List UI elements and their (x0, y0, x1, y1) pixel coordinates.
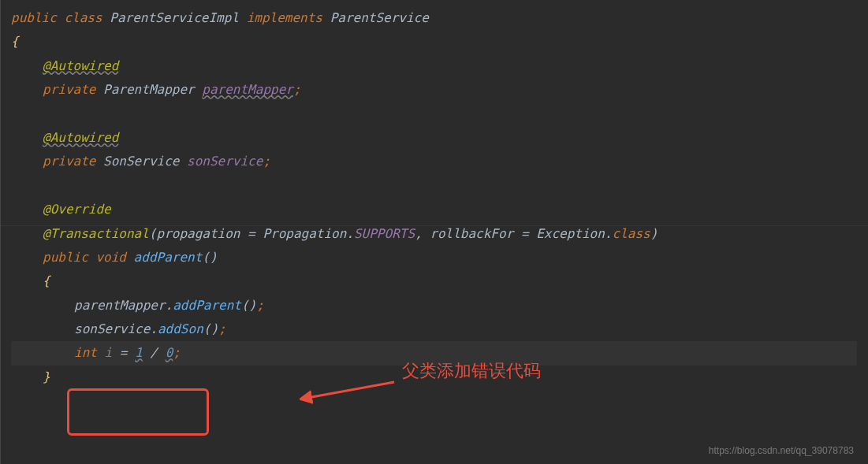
var-i: i (105, 345, 113, 360)
code-line-7: private SonService sonService; (11, 150, 857, 173)
semicolon: ; (263, 154, 270, 169)
code-line-13: parentMapper.addParent(); (11, 294, 857, 317)
keyword-public: public (11, 10, 57, 25)
keyword-class: class (64, 10, 102, 25)
annotation-override: @Override (43, 202, 111, 217)
code-line-2: { (11, 30, 857, 54)
parens: () (241, 298, 256, 313)
param-propagation: propagation (157, 226, 240, 241)
code-line-12: { (11, 269, 857, 293)
keyword-public: public (43, 250, 88, 265)
comma: , (415, 226, 430, 241)
method-addparent: addParent (134, 250, 203, 265)
paren-open: ( (149, 226, 157, 241)
code-line-14: sonService.addSon(); (11, 317, 857, 341)
code-line-1: public class ParentServiceImpl implement… (11, 6, 857, 30)
semicolon: ; (256, 298, 264, 313)
code-line-6: @Autowired (11, 126, 857, 150)
code-editor[interactable]: public class ParentServiceImpl implement… (0, 0, 868, 395)
method-call-addson: addSon (158, 321, 203, 336)
method-separator (0, 225, 868, 226)
divide: / (143, 345, 166, 360)
brace-open: { (11, 34, 19, 49)
code-line-5 (11, 102, 857, 126)
keyword-private: private (43, 82, 95, 97)
field-sonservice: sonService (187, 154, 263, 169)
method-call-addparent: addParent (173, 298, 241, 313)
annotation-transactional: @Transactional (43, 226, 149, 241)
var-sonservice: sonService (74, 321, 150, 336)
paren-close: ) (650, 226, 658, 241)
keyword-int: int (74, 345, 97, 360)
code-line-4: private ParentMapper parentMapper; (11, 78, 857, 102)
class-prefix: Exception. (536, 226, 612, 241)
class-name: ParentServiceImpl (110, 10, 239, 25)
number-1: 1 (135, 345, 143, 360)
parens: () (203, 321, 218, 336)
keyword-private: private (43, 154, 95, 169)
brace-open: { (43, 273, 50, 288)
equals: = (513, 226, 536, 241)
parens: () (202, 250, 217, 265)
type-sonservice: SonService (103, 154, 179, 169)
code-line-9: @Override (11, 198, 857, 221)
annotation-label: 父类添加错误代码 (402, 359, 541, 383)
semicolon: ; (293, 82, 301, 97)
keyword-implements: implements (247, 10, 322, 25)
editor-gutter-border (0, 0, 1, 464)
number-0: 0 (166, 345, 173, 360)
keyword-void: void (95, 250, 126, 265)
annotation-autowired: @Autowired (43, 130, 118, 145)
field-parentmapper: parentMapper (202, 82, 293, 97)
semicolon: ; (173, 345, 181, 360)
code-line-3: @Autowired (11, 54, 857, 78)
interface-name: ParentService (330, 10, 429, 25)
code-line-11: public void addParent() (11, 246, 857, 269)
equals: = (112, 345, 135, 360)
var-parentmapper: parentMapper (74, 298, 166, 313)
keyword-class-ref: class (613, 226, 650, 241)
dot: . (150, 321, 158, 336)
brace-close: } (43, 369, 50, 384)
enum-prefix: Propagation. (263, 226, 354, 241)
param-rollbackfor: rollbackFor (430, 226, 513, 241)
equals: = (240, 226, 263, 241)
semicolon: ; (218, 321, 226, 336)
annotation-autowired: @Autowired (43, 58, 118, 73)
watermark-text: https://blog.csdn.net/qq_39078783 (709, 445, 854, 456)
enum-supports: SUPPORTS (354, 226, 415, 241)
dot: . (166, 298, 173, 313)
type-parentmapper: ParentMapper (103, 82, 195, 97)
code-line-8 (11, 174, 857, 198)
